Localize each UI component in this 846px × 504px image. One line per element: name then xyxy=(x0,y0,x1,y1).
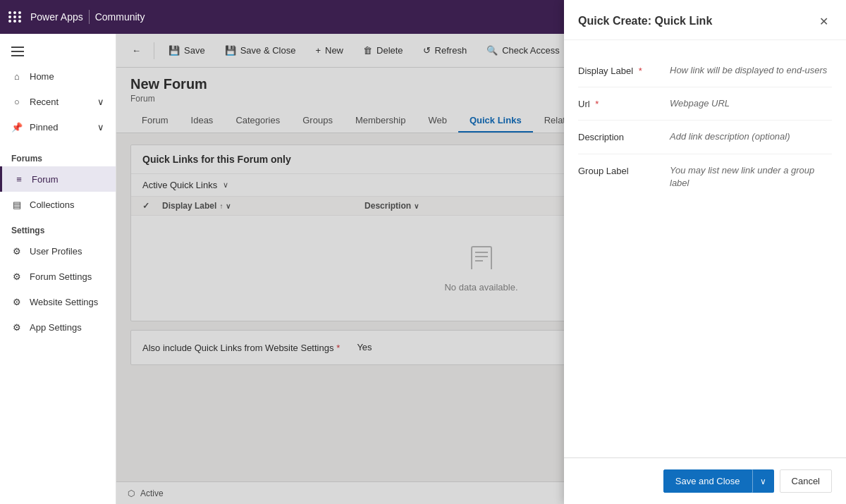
sidebar-menu-toggle[interactable] xyxy=(0,39,116,63)
save-close-chevron-button[interactable]: ∨ xyxy=(752,469,774,493)
cancel-button[interactable]: Cancel xyxy=(780,469,832,493)
sidebar: ⌂ Home ○ Recent ∨ 📌 Pinned ∨ Forums ≡ Fo… xyxy=(0,34,116,504)
pin-icon: 📌 xyxy=(11,121,23,133)
nav-grid-icon[interactable] xyxy=(8,11,22,23)
recent-chevron: ∨ xyxy=(97,97,104,107)
forums-section: Forums xyxy=(0,145,116,166)
pinned-chevron: ∨ xyxy=(97,122,104,133)
panel-field-display-label: Display Label * How link will be display… xyxy=(578,54,832,87)
website-settings-icon: ⚙ xyxy=(11,296,23,307)
description-label: Description xyxy=(578,130,670,142)
panel-field-group-label: Group Label You may list new link under … xyxy=(578,154,832,199)
settings-section: Settings xyxy=(0,217,116,238)
sidebar-item-collections[interactable]: ▤ Collections xyxy=(0,192,116,217)
display-label-value: How link will be displayed to end-users xyxy=(670,64,832,77)
app-settings-icon: ⚙ xyxy=(11,321,23,333)
forum-settings-icon: ⚙ xyxy=(11,271,23,282)
sidebar-item-app-settings[interactable]: ⚙ App Settings xyxy=(0,314,116,340)
url-label: Url * xyxy=(578,97,670,109)
panel-field-url: Url * Webpage URL xyxy=(578,87,832,121)
save-close-btn-group: Save and Close ∨ xyxy=(663,469,774,493)
home-icon: ⌂ xyxy=(11,70,23,82)
forum-icon: ≡ xyxy=(13,173,25,185)
recent-icon: ○ xyxy=(11,96,23,107)
group-label-label: Group Label xyxy=(578,164,670,176)
app-name: Power Apps xyxy=(30,11,83,23)
collections-icon: ▤ xyxy=(11,199,23,210)
panel-header: Quick Create: Quick Link ✕ xyxy=(564,0,846,40)
panel-title: Quick Create: Quick Link xyxy=(578,15,712,27)
panel-close-button[interactable]: ✕ xyxy=(815,13,832,30)
community-label: Community xyxy=(95,11,145,23)
url-required: * xyxy=(595,99,599,109)
display-label-required: * xyxy=(639,66,642,76)
sidebar-item-website-settings[interactable]: ⚙ Website Settings xyxy=(0,289,116,314)
panel-field-description: Description Add link description (option… xyxy=(578,121,832,154)
save-and-close-button[interactable]: Save and Close xyxy=(663,469,752,493)
sidebar-item-user-profiles[interactable]: ⚙ User Profiles xyxy=(0,238,116,264)
panel-body: Display Label * How link will be display… xyxy=(564,40,846,457)
display-label-label: Display Label * xyxy=(578,64,670,76)
panel-footer: Save and Close ∨ Cancel xyxy=(564,457,846,504)
group-label-value: You may list new link under a group labe… xyxy=(670,164,832,190)
sidebar-item-pinned[interactable]: 📌 Pinned ∨ xyxy=(0,114,116,140)
description-value: Add link description (optional) xyxy=(670,130,832,143)
user-profiles-icon: ⚙ xyxy=(11,245,23,257)
url-value: Webpage URL xyxy=(670,97,832,110)
sidebar-item-home[interactable]: ⌂ Home xyxy=(0,63,116,89)
sidebar-item-forum[interactable]: ≡ Forum xyxy=(0,166,116,192)
sidebar-item-recent[interactable]: ○ Recent ∨ xyxy=(0,89,116,114)
sidebar-item-forum-settings[interactable]: ⚙ Forum Settings xyxy=(0,264,116,289)
quick-create-panel: Quick Create: Quick Link ✕ Display Label… xyxy=(564,0,846,504)
